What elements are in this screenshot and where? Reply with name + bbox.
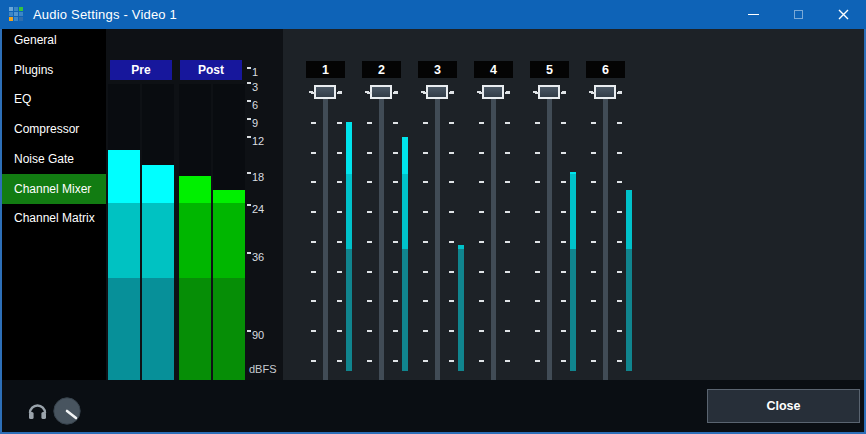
slider-scale-tick [505, 241, 510, 243]
channel-6-slider-handle[interactable] [594, 85, 616, 99]
slider-scale-tick [591, 271, 596, 273]
slider-scale-tick [311, 122, 316, 124]
channel-6-slider-track[interactable] [603, 91, 608, 396]
channel-1-slider-track[interactable] [323, 91, 328, 396]
slider-scale-tick [505, 152, 510, 154]
slider-scale-tick [367, 181, 372, 183]
slider-scale-tick [423, 181, 428, 183]
slider-scale-tick [561, 330, 566, 332]
meter-fill-post-right [213, 278, 245, 387]
scale-label: 9 [252, 117, 258, 129]
channel-3-level-meter [458, 249, 464, 371]
slider-scale-tick [311, 300, 316, 302]
maximize-icon [794, 10, 803, 19]
sidebar-item-general[interactable]: General [2, 25, 106, 55]
meter-fill-pre-right [142, 203, 174, 278]
minimize-button[interactable] [731, 0, 776, 29]
slider-scale-tick [591, 360, 596, 362]
slider-scale-tick [505, 122, 510, 124]
slider-scale-tick [311, 181, 316, 183]
slider-scale-tick [337, 152, 342, 154]
maximize-button[interactable] [776, 0, 821, 29]
meter-fill-pre-left [108, 150, 140, 203]
slider-scale-tick [561, 122, 566, 124]
sidebar-item-noise-gate[interactable]: Noise Gate [2, 144, 106, 174]
meter-fill-pre-left [108, 278, 140, 387]
slider-scale-tick [337, 122, 342, 124]
channel-1-slider-handle[interactable] [314, 85, 336, 99]
sidebar-item-compressor[interactable]: Compressor [2, 114, 106, 144]
scale-tick [247, 204, 251, 206]
sidebar-item-eq[interactable]: EQ [2, 84, 106, 114]
slider-scale-tick [591, 152, 596, 154]
audio-settings-window: Audio Settings - Video 1 GeneralPluginsE… [0, 0, 866, 434]
meter-fill-pre-left [108, 203, 140, 278]
slider-scale-tick [591, 92, 596, 94]
post-meter-header: Post [180, 60, 242, 80]
channel-6-level-meter [626, 190, 632, 249]
monitor-volume-knob[interactable] [53, 397, 81, 425]
slider-scale-tick [561, 92, 566, 94]
slider-scale-tick [479, 271, 484, 273]
channel-2-slider-handle[interactable] [370, 85, 392, 99]
slider-scale-tick [449, 181, 454, 183]
slider-scale-tick [505, 360, 510, 362]
meter-fill-post-left [179, 176, 211, 203]
slider-scale-tick [423, 330, 428, 332]
scale-tick [247, 118, 251, 120]
slider-scale-tick [561, 152, 566, 154]
app-icon-square [14, 7, 18, 11]
channel-header-2: 2 [362, 61, 401, 78]
slider-scale-tick [591, 300, 596, 302]
close-icon [838, 9, 849, 20]
slider-scale-tick [423, 300, 428, 302]
slider-scale-tick [617, 181, 622, 183]
channel-5-slider-track[interactable] [547, 91, 552, 396]
channel-3-slider-track[interactable] [435, 91, 440, 396]
close-window-button[interactable] [821, 0, 866, 29]
slider-scale-tick [449, 271, 454, 273]
slider-scale-tick [535, 360, 540, 362]
meter-fill-post-left [179, 203, 211, 278]
slider-scale-tick [479, 330, 484, 332]
app-icon-square [9, 17, 13, 21]
slider-scale-tick [449, 360, 454, 362]
sidebar-item-channel-mixer[interactable]: Channel Mixer [2, 174, 106, 204]
close-button[interactable]: Close [707, 389, 860, 423]
slider-scale-tick [561, 360, 566, 362]
channel-3-slider-handle[interactable] [426, 85, 448, 99]
slider-scale-tick [479, 181, 484, 183]
slider-scale-tick [311, 330, 316, 332]
slider-scale-tick [393, 241, 398, 243]
slider-scale-tick [535, 92, 540, 94]
channel-4-slider-handle[interactable] [482, 85, 504, 99]
slider-scale-tick [591, 211, 596, 213]
channel-mixer-strips: 123456 [283, 29, 864, 380]
slider-scale-tick [367, 152, 372, 154]
sidebar-item-plugins[interactable]: Plugins [2, 55, 106, 85]
slider-scale-tick [423, 241, 428, 243]
titlebar[interactable]: Audio Settings - Video 1 [0, 0, 866, 29]
channel-5-slider-handle[interactable] [538, 85, 560, 99]
slider-scale-tick [393, 92, 398, 94]
meter-well-pre-left [108, 84, 140, 387]
slider-scale-tick [449, 122, 454, 124]
sidebar-item-channel-matrix[interactable]: Channel Matrix [2, 203, 106, 233]
slider-scale-tick [367, 241, 372, 243]
channel-5-level-meter [570, 174, 576, 249]
slider-scale-tick [479, 241, 484, 243]
channel-header-1: 1 [306, 61, 345, 78]
channel-2-slider-track[interactable] [379, 91, 384, 396]
channel-6-level-meter [626, 249, 632, 371]
window-title: Audio Settings - Video 1 [33, 7, 177, 22]
slider-scale-tick [617, 92, 622, 94]
channel-4-slider-track[interactable] [491, 91, 496, 396]
slider-scale-tick [535, 300, 540, 302]
scale-label: 3 [252, 81, 258, 93]
scale-label: 12 [252, 135, 264, 147]
slider-scale-tick [449, 92, 454, 94]
slider-scale-tick [367, 122, 372, 124]
slider-scale-tick [337, 271, 342, 273]
slider-scale-tick [505, 211, 510, 213]
slider-scale-tick [311, 241, 316, 243]
